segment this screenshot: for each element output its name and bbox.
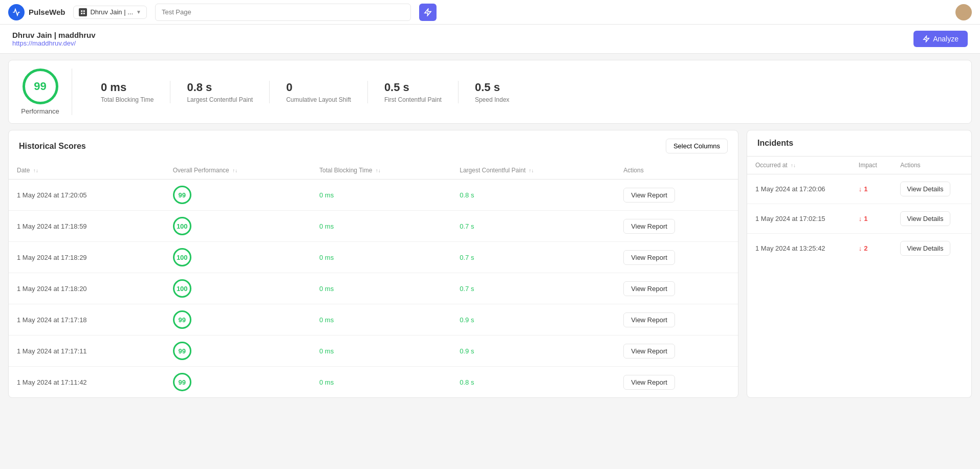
historical-header: Historical Scores Select Columns — [9, 130, 738, 162]
select-columns-button[interactable]: Select Columns — [666, 139, 728, 153]
metric-si-label: Speed Index — [475, 96, 524, 103]
col-occurred[interactable]: Occurred at ↑↓ — [747, 157, 851, 174]
cell-tbt: 0 ms — [311, 304, 451, 336]
cell-date: 1 May 2024 at 17:17:18 — [9, 304, 165, 336]
view-report-button[interactable]: View Report — [623, 219, 675, 234]
score-badge: 99 — [173, 342, 191, 360]
table-row: 1 May 2024 at 17:17:18 99 0 ms 0.9 s Vie… — [9, 304, 738, 336]
impact-value: 1 — [864, 215, 867, 222]
metric-lcp-label: Largest Contentful Paint — [187, 96, 253, 103]
search-bar[interactable] — [155, 4, 411, 21]
logo[interactable]: PulseWeb — [8, 4, 65, 20]
cell-impact: ↓ 1 — [851, 204, 892, 234]
performance-metric: 99 Performance — [21, 69, 72, 115]
svg-rect-2 — [81, 12, 83, 14]
metric-si: 0.5 s Speed Index — [459, 81, 540, 103]
historical-title: Historical Scores — [19, 142, 86, 151]
workspace-icon — [79, 8, 87, 16]
view-report-button[interactable]: View Report — [623, 281, 675, 296]
score-badge: 99 — [173, 186, 191, 204]
bolt-button[interactable] — [419, 4, 437, 21]
logo-text: PulseWeb — [29, 8, 65, 16]
svg-rect-1 — [83, 10, 85, 12]
topnav: PulseWeb Dhruv Jain | ... ▼ — [0, 0, 980, 25]
svg-rect-3 — [83, 12, 85, 14]
cell-lcp: 0.7 s — [451, 242, 615, 273]
page-title: Dhruv Jain | maddhruv — [12, 31, 96, 39]
cell-inc-action: View Details — [892, 234, 971, 263]
metric-lcp-value: 0.8 s — [187, 81, 253, 94]
view-report-button[interactable]: View Report — [623, 250, 675, 265]
cell-inc-action: View Details — [892, 204, 971, 234]
col-actions: Actions — [615, 162, 738, 180]
page-url[interactable]: https://maddhruv.dev/ — [12, 39, 96, 47]
incidents-panel: Incidents Occurred at ↑↓ Impact Actions … — [747, 130, 972, 398]
workspace-selector[interactable]: Dhruv Jain | ... ▼ — [73, 6, 146, 19]
view-report-button[interactable]: View Report — [623, 344, 675, 359]
score-badge: 100 — [173, 217, 191, 235]
view-details-button[interactable]: View Details — [900, 182, 950, 196]
cell-action: View Report — [615, 304, 738, 336]
cell-lcp: 0.7 s — [451, 211, 615, 242]
col-date[interactable]: Date ↑↓ — [9, 162, 165, 180]
metric-lcp: 0.8 s Largest Contentful Paint — [170, 81, 270, 103]
workspace-label: Dhruv Jain | ... — [90, 8, 133, 16]
metric-fcp-label: First Contentful Paint — [384, 96, 442, 103]
col-tbt[interactable]: Total Blocking Time ↑↓ — [311, 162, 451, 180]
cell-score: 100 — [165, 242, 311, 273]
page-header-info: Dhruv Jain | maddhruv https://maddhruv.d… — [12, 31, 96, 47]
incidents-tbody: 1 May 2024 at 17:20:06 ↓ 1 View Details … — [747, 174, 971, 263]
cell-lcp: 0.8 s — [451, 367, 615, 398]
cell-action: View Report — [615, 211, 738, 242]
search-input[interactable] — [162, 8, 404, 16]
impact-badge: ↓ 2 — [859, 244, 884, 252]
impact-badge: ↓ 1 — [859, 215, 884, 222]
view-report-button[interactable]: View Report — [623, 312, 675, 327]
cell-date: 1 May 2024 at 17:18:29 — [9, 242, 165, 273]
cell-occurred: 1 May 2024 at 17:02:15 — [747, 204, 851, 234]
cell-date: 1 May 2024 at 17:18:59 — [9, 211, 165, 242]
metrics-row: 99 Performance 0 ms Total Blocking Time … — [8, 60, 972, 124]
score-badge: 99 — [173, 373, 191, 391]
view-report-button[interactable]: View Report — [623, 188, 675, 203]
view-report-button[interactable]: View Report — [623, 375, 675, 390]
cell-tbt: 0 ms — [311, 242, 451, 273]
metric-si-value: 0.5 s — [475, 81, 524, 94]
cell-score: 99 — [165, 367, 311, 398]
table-scroll[interactable]: Date ↑↓ Overall Performance ↑↓ Total Blo… — [9, 162, 738, 397]
svg-point-6 — [959, 14, 969, 19]
cell-tbt: 0 ms — [311, 180, 451, 211]
down-arrow-icon: ↓ — [859, 215, 862, 222]
cell-lcp: 0.8 s — [451, 180, 615, 211]
cell-score: 100 — [165, 273, 311, 304]
score-badge: 100 — [173, 279, 191, 298]
cell-tbt: 0 ms — [311, 211, 451, 242]
col-inc-actions: Actions — [892, 157, 971, 174]
cell-date: 1 May 2024 at 17:18:20 — [9, 273, 165, 304]
cell-action: View Report — [615, 367, 738, 398]
historical-panel: Historical Scores Select Columns Date ↑↓… — [8, 130, 738, 398]
cell-lcp: 0.7 s — [451, 273, 615, 304]
table-row: 1 May 2024 at 17:18:59 100 0 ms 0.7 s Vi… — [9, 211, 738, 242]
list-item: 1 May 2024 at 13:25:42 ↓ 2 View Details — [747, 234, 971, 263]
view-details-button[interactable]: View Details — [900, 211, 950, 226]
cell-tbt: 0 ms — [311, 367, 451, 398]
table-row: 1 May 2024 at 17:18:20 100 0 ms 0.7 s Vi… — [9, 273, 738, 304]
svg-rect-0 — [81, 10, 83, 12]
cell-action: View Report — [615, 273, 738, 304]
analyze-button[interactable]: Analyze — [913, 31, 968, 47]
cell-tbt: 0 ms — [311, 273, 451, 304]
view-details-button[interactable]: View Details — [900, 241, 950, 256]
cell-impact: ↓ 1 — [851, 174, 892, 204]
score-badge: 99 — [173, 310, 191, 329]
cell-score: 99 — [165, 304, 311, 336]
col-performance[interactable]: Overall Performance ↑↓ — [165, 162, 311, 180]
col-lcp[interactable]: Largest Contentful Paint ↑↓ — [451, 162, 615, 180]
cell-lcp: 0.9 s — [451, 304, 615, 336]
svg-marker-4 — [425, 9, 431, 15]
cell-score: 99 — [165, 180, 311, 211]
impact-value: 1 — [864, 185, 867, 193]
cell-action: View Report — [615, 180, 738, 211]
cell-score: 99 — [165, 336, 311, 367]
incidents-header: Incidents — [747, 130, 971, 157]
